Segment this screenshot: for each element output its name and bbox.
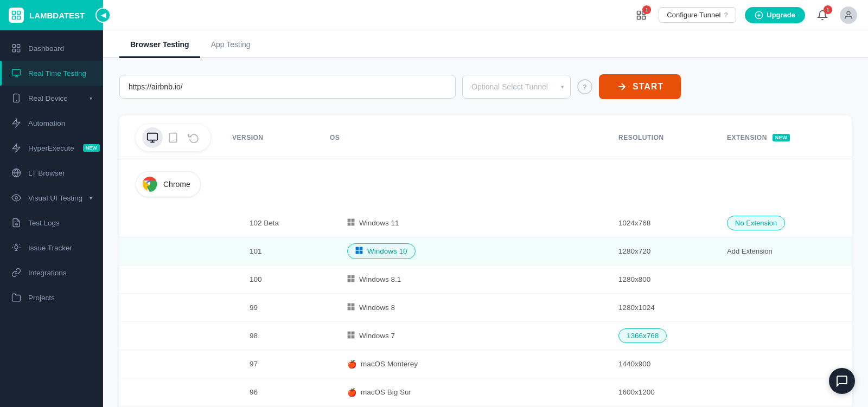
sidebar-item-hyperexecute[interactable]: HyperExecute NEW xyxy=(0,135,103,160)
windows-icon xyxy=(355,247,363,256)
chrome-button[interactable]: Chrome xyxy=(136,171,201,197)
table-row[interactable]: 98 Windows 71366x768 xyxy=(119,322,852,350)
resolution-cell: 1366x768 xyxy=(618,328,667,343)
table-row[interactable]: 101 Windows 101280x720Add Extension xyxy=(119,237,852,266)
svg-point-24 xyxy=(847,11,850,15)
tabs-bar: Browser Testing App Testing xyxy=(103,30,868,58)
grid-menu-button[interactable]: 1 xyxy=(633,7,650,24)
sidebar-toggle[interactable]: ◀ xyxy=(95,8,111,23)
sidebar-item-label: Test Logs xyxy=(28,219,60,227)
svg-rect-32 xyxy=(348,223,351,226)
svg-rect-39 xyxy=(352,275,355,279)
svg-rect-40 xyxy=(348,279,351,282)
tab-app-testing[interactable]: App Testing xyxy=(200,30,261,58)
lightning-icon xyxy=(11,143,22,153)
sidebar-item-automation[interactable]: Automation xyxy=(0,111,103,135)
help-icon[interactable]: ? xyxy=(577,79,592,94)
table-row[interactable]: 97🍎macOS Monterey1440x900 xyxy=(119,350,852,378)
question-icon: ? xyxy=(724,11,728,19)
configure-tunnel-button[interactable]: Configure Tunnel ? xyxy=(659,7,736,23)
sidebar-item-visual-ui[interactable]: Visual UI Testing ▾ xyxy=(0,185,103,210)
apple-icon: 🍎 xyxy=(347,360,356,369)
page-body: Browser Testing App Testing Optional Sel… xyxy=(103,30,868,407)
toolbar-row: VERSION OS RESOLUTION EXTENSION NEW xyxy=(119,115,852,157)
tablet-button[interactable] xyxy=(163,127,183,148)
table-row[interactable]: 99 Windows 81280x1024 xyxy=(119,294,852,322)
sidebar-item-dashboard[interactable]: Dashboard xyxy=(0,36,103,61)
grid-badge: 1 xyxy=(642,5,651,14)
os-cell: 🍎macOS Big Sur xyxy=(347,388,618,397)
table-row[interactable]: 102 Beta Windows 111024x768No Extension xyxy=(119,209,852,237)
tab-browser-testing[interactable]: Browser Testing xyxy=(119,30,200,58)
browser-table: VERSION OS RESOLUTION EXTENSION NEW xyxy=(119,115,852,407)
user-avatar[interactable] xyxy=(840,7,857,24)
svg-rect-35 xyxy=(360,247,363,250)
eye-icon xyxy=(11,192,22,203)
history-button[interactable] xyxy=(183,127,204,148)
upgrade-label: Upgrade xyxy=(767,11,795,19)
svg-rect-38 xyxy=(348,275,351,279)
svg-rect-37 xyxy=(360,251,363,254)
start-label: START xyxy=(633,82,663,92)
svg-rect-34 xyxy=(356,247,359,250)
file-text-icon xyxy=(11,217,22,228)
no-extension-button[interactable]: No Extension xyxy=(727,216,785,230)
sidebar-item-label: Issue Tracker xyxy=(28,244,72,252)
svg-point-13 xyxy=(15,197,18,199)
sidebar-item-integrations[interactable]: Integrations xyxy=(0,260,103,285)
os-cell: Windows 11 xyxy=(347,218,618,228)
tunnel-select[interactable]: Optional Select Tunnel xyxy=(462,75,571,99)
new-badge: NEW xyxy=(83,144,100,152)
sidebar-item-test-logs[interactable]: Test Logs xyxy=(0,210,103,235)
sidebar-item-real-time[interactable]: Real Time Testing xyxy=(0,61,103,86)
chat-button[interactable] xyxy=(829,368,855,394)
sidebar-item-real-device[interactable]: Real Device ▾ xyxy=(0,86,103,111)
extension-new-badge: NEW xyxy=(773,134,790,141)
version-cell: 100 xyxy=(250,275,347,283)
table-row[interactable]: 100 Windows 8.11280x800 xyxy=(119,266,852,294)
svg-rect-26 xyxy=(169,133,176,143)
os-header: OS xyxy=(330,134,618,141)
browser-icon-chrome: Chrome xyxy=(136,165,250,204)
svg-rect-42 xyxy=(348,303,351,307)
svg-rect-4 xyxy=(12,44,15,47)
svg-rect-33 xyxy=(352,223,355,226)
version-cell: 98 xyxy=(250,332,347,340)
start-button[interactable]: START xyxy=(599,74,681,99)
resolution-cell: 1280x1024 xyxy=(618,303,727,312)
browser-section-chrome: Chrome 102 Beta Windows 111024x768No Ext… xyxy=(119,157,852,407)
sidebar-item-label: Integrations xyxy=(28,269,67,277)
monitor-icon xyxy=(11,68,22,79)
table-row[interactable]: 96🍎macOS Big Sur1600x1200 xyxy=(119,378,852,406)
chrome-logo xyxy=(142,176,158,192)
svg-rect-45 xyxy=(352,307,355,311)
content-area: Optional Select Tunnel ▾ ? START xyxy=(103,58,868,407)
sidebar-item-label: Real Time Testing xyxy=(28,69,86,77)
chrome-label: Chrome xyxy=(163,180,190,189)
add-extension-link[interactable]: Add Extension xyxy=(727,247,773,255)
globe-icon xyxy=(11,167,22,178)
sidebar-item-label: Dashboard xyxy=(28,44,64,53)
notifications-button[interactable]: 1 xyxy=(814,7,831,24)
zap-icon xyxy=(11,118,22,128)
sidebar-item-label: HyperExecute xyxy=(28,144,74,152)
sidebar-item-label: Automation xyxy=(28,119,65,127)
svg-rect-3 xyxy=(17,16,21,20)
desktop-button[interactable] xyxy=(142,127,163,148)
sidebar-item-projects[interactable]: Projects xyxy=(0,285,103,310)
svg-rect-30 xyxy=(348,219,351,222)
version-cell: 99 xyxy=(250,303,347,312)
os-cell: 🍎macOS Monterey xyxy=(347,360,618,369)
svg-rect-19 xyxy=(637,16,641,19)
url-input[interactable] xyxy=(119,75,456,99)
svg-rect-1 xyxy=(17,11,21,15)
chevron-down-icon: ▾ xyxy=(90,195,92,201)
sidebar-item-lt-browser[interactable]: LT Browser xyxy=(0,160,103,185)
extension-cell[interactable]: No Extension xyxy=(727,216,835,230)
svg-rect-17 xyxy=(637,11,641,14)
svg-rect-7 xyxy=(17,49,20,52)
svg-rect-8 xyxy=(12,69,21,75)
upgrade-button[interactable]: Upgrade xyxy=(745,7,805,23)
windows-icon xyxy=(347,275,355,284)
sidebar-item-issue-tracker[interactable]: Issue Tracker xyxy=(0,235,103,260)
